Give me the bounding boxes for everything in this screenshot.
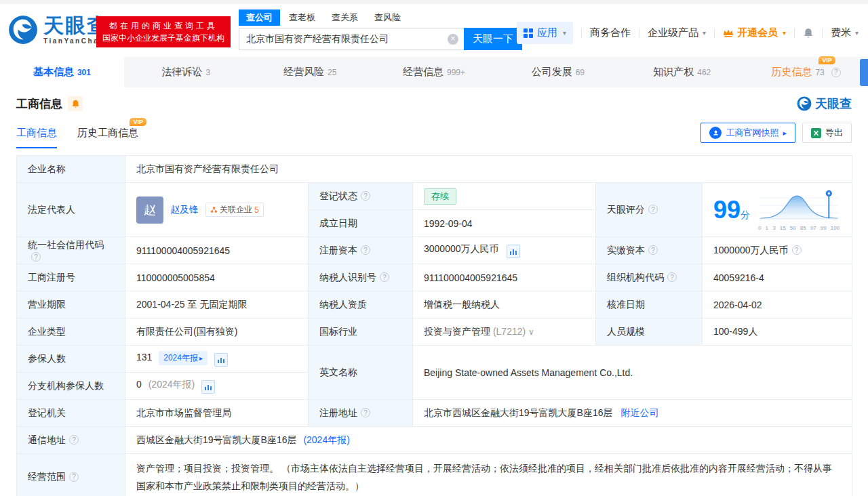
help-icon[interactable] [648, 205, 658, 214]
header-nav: 应用 商务合作 企业级产品 开通会员 费米 [517, 22, 859, 44]
export-label: 导出 [825, 127, 843, 139]
industry-label: 国标行业 [309, 318, 413, 346]
monitor-bell-button[interactable] [68, 96, 83, 111]
help-icon[interactable] [69, 472, 79, 482]
mail-address-value: 西城区金融大街19号富凯大厦B座16层 (2024年报) [125, 427, 852, 454]
help-icon[interactable] [831, 68, 841, 77]
reg-capital-value: 3000000万人民币 [413, 237, 596, 264]
org-code-value: 40059216-4 [703, 264, 852, 291]
related-label: 关联企业 [220, 204, 252, 215]
reg-status-label: 登记状态 [309, 183, 413, 210]
chevron-down-icon[interactable] [528, 326, 534, 337]
help-icon[interactable] [31, 252, 41, 262]
establish-date-value: 1992-09-04 [413, 210, 596, 237]
help-icon[interactable] [361, 408, 370, 417]
official-snapshot-button[interactable]: 工商官网快照 [701, 123, 795, 143]
section-title: 工商信息 [16, 96, 62, 112]
tab-business-info[interactable]: 经营信息 999+ [372, 57, 496, 87]
trend-chart-icon[interactable] [201, 380, 215, 394]
tab-intellectual-property[interactable]: 知识产权 462 [620, 57, 744, 87]
insured-count-value: 131 2024年报 [125, 346, 309, 373]
org-code-label: 组织机构代码 [596, 264, 703, 291]
tab-count: 73 [815, 68, 824, 77]
company-type-label: 企业类型 [17, 318, 125, 346]
side-float-button[interactable] [860, 59, 868, 86]
tab-count: 3 [205, 68, 210, 77]
export-button[interactable]: 导出 [802, 123, 852, 143]
vip-badge: VIP [818, 56, 835, 64]
business-term-value: 2001-04-25 至 无固定期限 [125, 291, 309, 318]
help-icon[interactable] [69, 435, 79, 445]
crown-icon [723, 28, 734, 37]
trend-chart-icon[interactable] [214, 353, 228, 367]
apps-grid-icon [524, 28, 533, 38]
tab-label: 法律诉讼 [161, 66, 202, 79]
company-type-value: 有限责任公司(国有独资) [125, 318, 309, 346]
search-tab-risk[interactable]: 查风险 [367, 9, 408, 26]
tab-legal-lawsuits[interactable]: 法律诉讼 3 [124, 57, 248, 87]
establish-date-label: 成立日期 [309, 210, 413, 237]
staff-size-value: 100-499人 [703, 318, 852, 346]
tab-operating-risk[interactable]: 经营风险 25 [248, 57, 372, 87]
tab-count: 25 [328, 68, 336, 77]
subtab-history-registration[interactable]: VIP 历史工商信息 [77, 127, 138, 148]
legal-rep-name-link[interactable]: 赵及锋 [170, 204, 199, 216]
nav-user-menu[interactable]: 费米 [831, 26, 859, 39]
company-name-value: 北京市国有资产经营有限责任公司 [125, 156, 852, 183]
english-name-value: Beijing State-owned Assets Management Co… [413, 346, 852, 400]
tab-label: 公司发展 [532, 66, 572, 79]
business-scope-value: 资产管理；项目投资；投资管理。 （市场主体依法自主选择经营项目，开展经营活动；依… [125, 454, 852, 496]
tab-company-development[interactable]: 公司发展 69 [496, 57, 620, 87]
help-icon[interactable] [792, 245, 802, 255]
nav-enterprise-products[interactable]: 企业级产品 [648, 26, 706, 39]
nav-divider [822, 28, 823, 38]
search-tab-company[interactable]: 查公司 [239, 9, 280, 26]
vip-badge: VIP [130, 118, 146, 126]
branch-insured-note: (2024年报) [149, 379, 195, 390]
taxpayer-quality-label: 纳税人资质 [309, 291, 413, 318]
help-icon[interactable] [667, 272, 677, 282]
reg-authority-value: 北京市市场监督管理局 [125, 400, 309, 427]
score-cell: 99分 [703, 183, 852, 237]
help-icon[interactable] [361, 245, 370, 255]
search-tab-boss[interactable]: 查老板 [281, 9, 323, 26]
reg-authority-label: 登记机关 [17, 400, 125, 427]
legal-rep-avatar[interactable]: 赵 [136, 197, 163, 224]
uscc-value: 911100004005921645 [125, 237, 309, 264]
trend-chart-icon[interactable] [507, 245, 520, 258]
nav-apps[interactable]: 应用 [517, 22, 573, 44]
help-icon[interactable] [648, 245, 658, 255]
score-label: 天眼评分 [596, 183, 703, 237]
industry-value: 投资与资产管理 (L7212) [413, 318, 596, 346]
tab-history-info[interactable]: VIP 历史信息 73 [744, 57, 868, 87]
search-box: 查公司 查老板 查关系 查风险 × 天眼一下 [239, 9, 522, 50]
mail-address-label: 通信地址 [17, 427, 125, 454]
subtab-label: 历史工商信息 [77, 127, 138, 138]
tab-basic-info[interactable]: 基本信息 301 [0, 57, 124, 87]
related-companies-badge[interactable]: 关联企业 5 [205, 203, 264, 217]
nav-open-membership[interactable]: 开通会员 [723, 26, 786, 39]
help-icon[interactable] [380, 272, 389, 282]
annual-report-pill[interactable]: 2024年报 [159, 351, 208, 365]
notification-bell[interactable] [803, 27, 814, 39]
annual-report-link[interactable]: (2024年报) [303, 434, 349, 445]
score-value[interactable]: 99分 [713, 198, 750, 222]
tab-count: 69 [576, 68, 585, 77]
subtab-business-registration[interactable]: 工商信息 [16, 127, 57, 148]
reg-capital-label: 注册资本 [309, 237, 413, 264]
search-button[interactable]: 天眼一下 [464, 28, 522, 50]
search-input[interactable] [239, 28, 464, 49]
taxpayer-quality-value: 增值税一般纳税人 [413, 291, 596, 318]
nav-divider [639, 28, 639, 38]
brand-watermark: 天眼查 [797, 96, 852, 112]
company-tab-bar: 基本信息 301 法律诉讼 3 经营风险 25 经营信息 999+ 公司发展 6… [0, 57, 868, 87]
clear-icon[interactable]: × [448, 34, 458, 45]
search-tab-relation[interactable]: 查关系 [324, 9, 366, 26]
paid-capital-label: 实缴资本 [596, 237, 703, 264]
nearby-companies-link[interactable]: 附近公司 [620, 407, 658, 418]
nav-cooperation[interactable]: 商务合作 [590, 26, 631, 39]
site-header: 天眼查 TianYanCha.com 都在用的商业查询工具 国家中小企业发展子基… [0, 4, 868, 57]
tab-label: 经营信息 [403, 66, 443, 79]
approval-date-value: 2026-04-02 [703, 291, 852, 318]
help-icon[interactable] [361, 191, 370, 201]
